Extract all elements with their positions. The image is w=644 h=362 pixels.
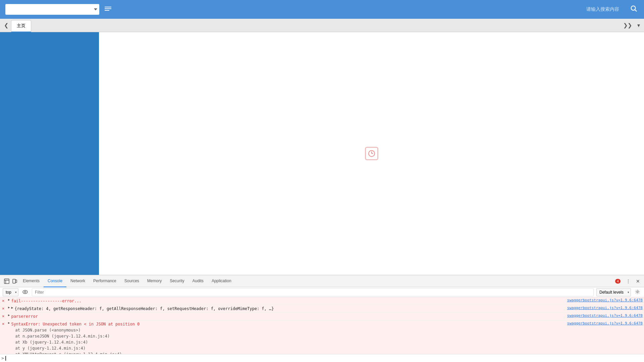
tab-memory[interactable]: Memory xyxy=(143,275,166,287)
console-message-4-main: SyntaxError: Unexpected token < in JSON … xyxy=(11,321,564,327)
console-messages: ✕ ▶ fail-----------------error... swagge… xyxy=(0,297,644,354)
tab-security-label: Security xyxy=(170,279,184,283)
stack-link-5[interactable]: jquery-1.12.4.min.js:4 xyxy=(66,352,119,354)
svg-rect-8 xyxy=(4,279,9,284)
expand-arrow-obj-2[interactable]: ▶ xyxy=(11,306,13,309)
address-bar-container xyxy=(5,4,99,15)
svg-point-13 xyxy=(23,290,28,294)
console-settings-button[interactable] xyxy=(634,289,641,296)
tab-home[interactable]: 主页 xyxy=(11,20,31,32)
devtools-more-button[interactable]: ⋮ xyxy=(625,278,632,285)
tab-elements-label: Elements xyxy=(23,279,40,283)
inspect-element-button[interactable] xyxy=(3,278,11,285)
svg-rect-1 xyxy=(105,8,111,9)
console-message-1: fail-----------------error... xyxy=(11,298,564,304)
console-cursor[interactable] xyxy=(5,356,6,361)
expand-arrow-4[interactable]: ▶ xyxy=(8,321,10,324)
console-source-4[interactable]: swaggerbootstrapui.js?v=1.9.6:6478 xyxy=(565,321,643,325)
tab-home-label: 主页 xyxy=(17,23,25,29)
tab-application-label: Application xyxy=(212,279,231,283)
console-message-4-container: SyntaxError: Unexpected token < in JSON … xyxy=(11,321,564,354)
devtools-panel: Elements Console Network Performance Sou… xyxy=(0,275,644,362)
error-count-badge: 4 xyxy=(615,279,621,284)
stack-line-1: at JSON.parse (<anonymous>) xyxy=(15,327,564,333)
page-content xyxy=(99,32,644,275)
tab-more-button[interactable]: ❯❯ xyxy=(621,21,635,30)
devtools-tab-icons: 4 ⋮ ✕ xyxy=(615,278,641,285)
console-message-2: {readyState: 4, getResponseHeader: f, ge… xyxy=(14,306,564,312)
tab-console[interactable]: Console xyxy=(44,275,66,287)
address-bar[interactable] xyxy=(5,4,99,15)
devtools-close-button[interactable]: ✕ xyxy=(635,278,641,285)
svg-line-4 xyxy=(635,10,637,11)
expand-arrow-3[interactable]: ▶ xyxy=(8,313,10,317)
levels-select-wrapper: Default levels ▾ xyxy=(596,288,631,296)
error-icon-4: ✕ xyxy=(2,321,4,326)
console-toolbar: top ▾ Default levels ▾ xyxy=(0,287,644,297)
search-icon xyxy=(630,5,637,12)
tab-sources[interactable]: Sources xyxy=(120,275,143,287)
context-select-wrapper: top ▾ xyxy=(3,288,18,296)
tab-application[interactable]: Application xyxy=(208,275,235,287)
tab-audits-label: Audits xyxy=(193,279,204,283)
console-stacktrace-4: at JSON.parse (<anonymous>) at n.parseJS… xyxy=(11,327,564,354)
tab-bar: ❮ 主页 ❯❯ ▾ xyxy=(0,19,644,32)
expand-arrow-2[interactable]: ▶ xyxy=(8,306,10,309)
loading-icon xyxy=(365,147,378,160)
tab-memory-label: Memory xyxy=(147,279,162,283)
console-row-2: ✕ ▶ ▶ {readyState: 4, getResponseHeader:… xyxy=(0,305,644,313)
svg-rect-2 xyxy=(105,10,109,11)
context-select[interactable]: top xyxy=(3,288,18,296)
svg-point-14 xyxy=(24,291,26,293)
tab-performance[interactable]: Performance xyxy=(89,275,120,287)
tab-network-label: Network xyxy=(70,279,85,283)
svg-rect-11 xyxy=(13,279,15,283)
tab-performance-label: Performance xyxy=(93,279,116,283)
tab-nav-prev-button[interactable]: ❮ xyxy=(1,19,11,32)
console-row-3: ✕ ▶ parsererror swaggerbootstrapui.js?v=… xyxy=(0,313,644,320)
stack-line-5: at XMLHttpRequest.c (jquery-1.12.4.min.j… xyxy=(15,351,564,354)
console-source-3[interactable]: swaggerbootstrapui.js?v=1.9.6:6478 xyxy=(565,313,643,318)
filter-input[interactable] xyxy=(32,288,594,296)
stack-link-4[interactable]: jquery-1.12.4.min.js:4 xyxy=(30,346,83,351)
sidebar xyxy=(0,32,99,275)
hamburger-icon xyxy=(105,7,111,12)
stack-link-2[interactable]: jquery-1.12.4.min.js:4 xyxy=(54,334,107,339)
tab-network[interactable]: Network xyxy=(66,275,89,287)
console-source-2[interactable]: swaggerbootstrapui.js?v=1.9.6:6478 xyxy=(565,306,643,310)
main-content xyxy=(0,32,644,275)
tab-security[interactable]: Security xyxy=(166,275,188,287)
svg-point-3 xyxy=(631,6,636,10)
stack-line-2: at n.parseJSON (jquery-1.12.4.min.js:4) xyxy=(15,333,564,339)
tab-audits[interactable]: Audits xyxy=(189,275,208,287)
tab-console-label: Console xyxy=(48,279,62,283)
search-placeholder: 请输入搜索内容 xyxy=(117,6,625,12)
tab-sources-label: Sources xyxy=(124,279,139,283)
expand-arrow-1[interactable]: ▶ xyxy=(8,298,10,301)
error-icon-3: ✕ xyxy=(2,314,4,318)
stack-line-3: at Xb (jquery-1.12.4.min.js:4) xyxy=(15,339,564,345)
console-row-1: ✕ ▶ fail-----------------error... swagge… xyxy=(0,297,644,305)
error-icon-2: ✕ xyxy=(2,306,4,311)
console-prompt: > xyxy=(1,356,4,361)
svg-rect-0 xyxy=(105,7,111,7)
menu-icon-button[interactable] xyxy=(103,5,113,13)
stack-link-3[interactable]: jquery-1.12.4.min.js:4 xyxy=(32,340,86,345)
search-button[interactable] xyxy=(629,3,639,15)
console-input-row: > xyxy=(0,354,644,362)
levels-select[interactable]: Default levels xyxy=(596,288,631,296)
eye-icon-button[interactable] xyxy=(21,289,29,296)
svg-rect-12 xyxy=(15,280,17,283)
console-source-1[interactable]: swaggerbootstrapui.js?v=1.9.6:6478 xyxy=(565,298,643,302)
devtools-tab-bar: Elements Console Network Performance Sou… xyxy=(0,275,644,287)
console-message-3: parsererror xyxy=(11,313,564,319)
console-row-4: ✕ ▶ SyntaxError: Unexpected token < in J… xyxy=(0,320,644,354)
stack-line-4: at y (jquery-1.12.4.min.js:4) xyxy=(15,345,564,351)
error-icon-1: ✕ xyxy=(2,298,4,303)
browser-bar: 请输入搜索内容 xyxy=(0,0,644,19)
svg-point-15 xyxy=(637,291,638,293)
tab-elements[interactable]: Elements xyxy=(19,275,44,287)
device-toggle-button[interactable] xyxy=(11,278,19,285)
tab-chevron-down-button[interactable]: ▾ xyxy=(635,21,643,30)
